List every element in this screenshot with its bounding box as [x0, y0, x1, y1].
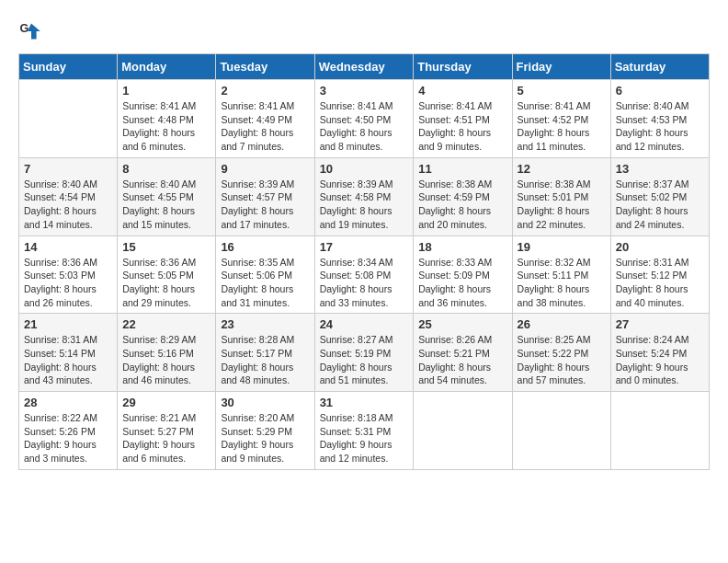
day-info: Sunrise: 8:20 AMSunset: 5:29 PMDaylight:… [221, 411, 309, 465]
day-number: 22 [122, 317, 210, 331]
calendar-cell: 29 Sunrise: 8:21 AMSunset: 5:27 PMDaylig… [118, 392, 216, 470]
day-info: Sunrise: 8:24 AMSunset: 5:24 PMDaylight:… [616, 333, 704, 387]
day-info: Sunrise: 8:36 AMSunset: 5:05 PMDaylight:… [122, 256, 210, 310]
day-info: Sunrise: 8:25 AMSunset: 5:22 PMDaylight:… [518, 333, 606, 387]
svg-text:G: G [19, 22, 28, 35]
day-info: Sunrise: 8:41 AMSunset: 4:51 PMDaylight:… [418, 99, 506, 154]
logo-icon: G [18, 18, 44, 44]
day-number: 11 [418, 162, 506, 176]
day-number: 2 [221, 84, 309, 98]
calendar-week-row: 28 Sunrise: 8:22 AMSunset: 5:26 PMDaylig… [19, 392, 710, 470]
day-info: Sunrise: 8:32 AMSunset: 5:11 PMDaylight:… [518, 256, 606, 310]
calendar-week-row: 1 Sunrise: 8:41 AMSunset: 4:48 PMDayligh… [19, 80, 710, 158]
header: G [18, 18, 710, 44]
calendar-cell: 9 Sunrise: 8:39 AMSunset: 4:57 PMDayligh… [216, 157, 314, 236]
calendar-cell: 18 Sunrise: 8:33 AMSunset: 5:09 PMDaylig… [414, 236, 512, 314]
day-info: Sunrise: 8:35 AMSunset: 5:06 PMDaylight:… [221, 256, 309, 310]
day-number: 14 [24, 240, 112, 254]
day-number: 30 [221, 396, 309, 409]
day-number: 16 [221, 240, 309, 254]
calendar-cell [414, 392, 512, 470]
day-number: 7 [24, 162, 112, 176]
day-number: 23 [221, 317, 309, 331]
calendar-cell: 31 Sunrise: 8:18 AMSunset: 5:31 PMDaylig… [314, 392, 414, 470]
day-info: Sunrise: 8:38 AMSunset: 4:59 PMDaylight:… [418, 178, 506, 232]
day-number: 4 [418, 84, 506, 98]
day-number: 9 [221, 162, 309, 176]
calendar-week-row: 21 Sunrise: 8:31 AMSunset: 5:14 PMDaylig… [19, 314, 710, 392]
day-info: Sunrise: 8:29 AMSunset: 5:16 PMDaylight:… [122, 333, 210, 387]
day-info: Sunrise: 8:40 AMSunset: 4:53 PMDaylight:… [616, 99, 704, 154]
weekday-header-friday: Friday [512, 54, 610, 80]
calendar-cell: 14 Sunrise: 8:36 AMSunset: 5:03 PMDaylig… [19, 236, 118, 314]
weekday-header-monday: Monday [118, 54, 216, 80]
calendar-cell: 8 Sunrise: 8:40 AMSunset: 4:55 PMDayligh… [118, 157, 216, 236]
day-info: Sunrise: 8:36 AMSunset: 5:03 PMDaylight:… [24, 256, 112, 310]
day-info: Sunrise: 8:31 AMSunset: 5:12 PMDaylight:… [616, 256, 704, 310]
day-number: 26 [518, 317, 606, 331]
day-info: Sunrise: 8:28 AMSunset: 5:17 PMDaylight:… [221, 333, 309, 387]
day-info: Sunrise: 8:22 AMSunset: 5:26 PMDaylight:… [24, 411, 112, 465]
calendar-cell: 11 Sunrise: 8:38 AMSunset: 4:59 PMDaylig… [414, 157, 512, 236]
calendar-cell [610, 392, 709, 470]
day-number: 29 [122, 396, 210, 409]
day-number: 27 [616, 317, 704, 331]
calendar-cell: 21 Sunrise: 8:31 AMSunset: 5:14 PMDaylig… [19, 314, 118, 392]
weekday-header-sunday: Sunday [19, 54, 118, 80]
calendar-cell: 10 Sunrise: 8:39 AMSunset: 4:58 PMDaylig… [314, 157, 414, 236]
calendar-cell: 17 Sunrise: 8:34 AMSunset: 5:08 PMDaylig… [314, 236, 414, 314]
weekday-header-wednesday: Wednesday [314, 54, 414, 80]
calendar-cell: 3 Sunrise: 8:41 AMSunset: 4:50 PMDayligh… [314, 80, 414, 158]
day-info: Sunrise: 8:40 AMSunset: 4:54 PMDaylight:… [24, 178, 112, 232]
calendar-cell: 28 Sunrise: 8:22 AMSunset: 5:26 PMDaylig… [19, 392, 118, 470]
calendar-cell: 30 Sunrise: 8:20 AMSunset: 5:29 PMDaylig… [216, 392, 314, 470]
weekday-header-saturday: Saturday [610, 54, 709, 80]
calendar-cell: 26 Sunrise: 8:25 AMSunset: 5:22 PMDaylig… [512, 314, 610, 392]
day-number: 20 [616, 240, 704, 254]
day-number: 15 [122, 240, 210, 254]
day-number: 3 [320, 84, 409, 98]
day-info: Sunrise: 8:41 AMSunset: 4:49 PMDaylight:… [221, 99, 309, 154]
day-number: 10 [320, 162, 409, 176]
day-number: 31 [320, 396, 409, 409]
day-number: 24 [320, 317, 409, 331]
logo: G [18, 18, 48, 44]
day-number: 21 [24, 317, 112, 331]
day-info: Sunrise: 8:39 AMSunset: 4:58 PMDaylight:… [320, 178, 409, 232]
calendar-cell [512, 392, 610, 470]
day-info: Sunrise: 8:18 AMSunset: 5:31 PMDaylight:… [320, 411, 409, 465]
day-info: Sunrise: 8:34 AMSunset: 5:08 PMDaylight:… [320, 256, 409, 310]
day-number: 28 [24, 396, 112, 409]
calendar-cell: 23 Sunrise: 8:28 AMSunset: 5:17 PMDaylig… [216, 314, 314, 392]
day-info: Sunrise: 8:41 AMSunset: 4:52 PMDaylight:… [518, 99, 606, 154]
day-info: Sunrise: 8:27 AMSunset: 5:19 PMDaylight:… [320, 333, 409, 387]
day-number: 12 [518, 162, 606, 176]
day-info: Sunrise: 8:40 AMSunset: 4:55 PMDaylight:… [122, 178, 210, 232]
calendar-week-row: 14 Sunrise: 8:36 AMSunset: 5:03 PMDaylig… [19, 236, 710, 314]
day-number: 19 [518, 240, 606, 254]
day-number: 18 [418, 240, 506, 254]
day-info: Sunrise: 8:41 AMSunset: 4:48 PMDaylight:… [122, 99, 210, 154]
day-info: Sunrise: 8:37 AMSunset: 5:02 PMDaylight:… [616, 178, 704, 232]
day-number: 13 [616, 162, 704, 176]
day-info: Sunrise: 8:39 AMSunset: 4:57 PMDaylight:… [221, 178, 309, 232]
calendar-cell: 20 Sunrise: 8:31 AMSunset: 5:12 PMDaylig… [610, 236, 709, 314]
calendar-cell: 13 Sunrise: 8:37 AMSunset: 5:02 PMDaylig… [610, 157, 709, 236]
day-number: 6 [616, 84, 704, 98]
day-info: Sunrise: 8:38 AMSunset: 5:01 PMDaylight:… [518, 178, 606, 232]
day-info: Sunrise: 8:41 AMSunset: 4:50 PMDaylight:… [320, 99, 409, 154]
calendar-cell: 7 Sunrise: 8:40 AMSunset: 4:54 PMDayligh… [19, 157, 118, 236]
day-info: Sunrise: 8:26 AMSunset: 5:21 PMDaylight:… [418, 333, 506, 387]
day-info: Sunrise: 8:33 AMSunset: 5:09 PMDaylight:… [418, 256, 506, 310]
calendar-cell: 15 Sunrise: 8:36 AMSunset: 5:05 PMDaylig… [118, 236, 216, 314]
calendar-cell: 1 Sunrise: 8:41 AMSunset: 4:48 PMDayligh… [118, 80, 216, 158]
day-number: 25 [418, 317, 506, 331]
day-info: Sunrise: 8:21 AMSunset: 5:27 PMDaylight:… [122, 411, 210, 465]
calendar-cell: 16 Sunrise: 8:35 AMSunset: 5:06 PMDaylig… [216, 236, 314, 314]
day-number: 1 [122, 84, 210, 98]
day-number: 17 [320, 240, 409, 254]
calendar-cell: 22 Sunrise: 8:29 AMSunset: 5:16 PMDaylig… [118, 314, 216, 392]
calendar-cell: 19 Sunrise: 8:32 AMSunset: 5:11 PMDaylig… [512, 236, 610, 314]
calendar-cell: 27 Sunrise: 8:24 AMSunset: 5:24 PMDaylig… [610, 314, 709, 392]
calendar-cell [19, 80, 118, 158]
